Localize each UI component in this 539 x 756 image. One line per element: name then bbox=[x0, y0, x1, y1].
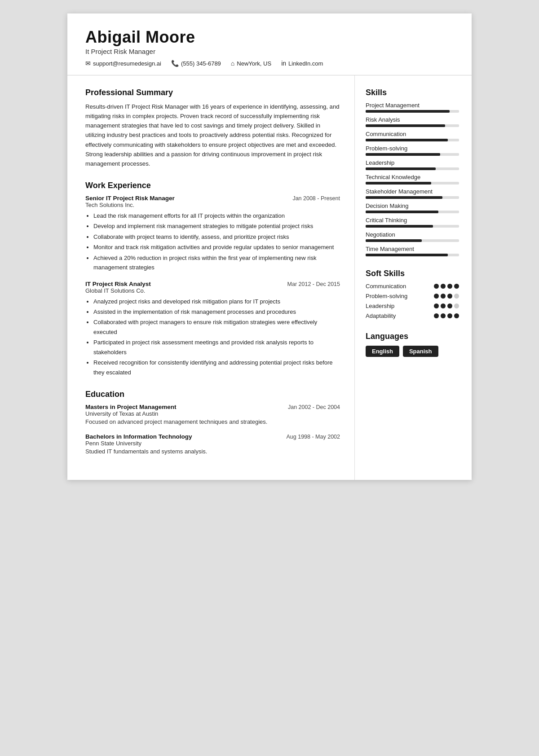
skill-bar-fill bbox=[366, 211, 438, 213]
skills-list: Project Management Risk Analysis Communi… bbox=[366, 102, 459, 256]
skill-bar-background bbox=[366, 239, 459, 242]
skill-name: Project Management bbox=[366, 102, 459, 109]
skill-bar-fill bbox=[366, 167, 436, 170]
skill-bar-background bbox=[366, 167, 459, 170]
soft-skill-name: Communication bbox=[366, 283, 406, 290]
skill-name: Risk Analysis bbox=[366, 116, 459, 123]
edu-degree: Masters in Project Management bbox=[85, 404, 177, 410]
soft-skill-dot bbox=[454, 313, 459, 318]
edu-item: Masters in Project Management Jan 2002 -… bbox=[85, 404, 340, 425]
job-bullet: Develop and implement risk management st… bbox=[93, 221, 340, 231]
soft-skill-dots bbox=[434, 303, 459, 308]
job-bullets: Lead the risk management efforts for all… bbox=[85, 211, 340, 273]
job-title: Senior IT Project Risk Manager bbox=[85, 195, 175, 202]
soft-skill-dot bbox=[447, 294, 452, 299]
contact-location: ⌂ NewYork, US bbox=[231, 60, 271, 67]
skill-name: Stakeholder Management bbox=[366, 188, 459, 195]
skill-bar-background bbox=[366, 225, 459, 228]
languages-section: Languages EnglishSpanish bbox=[366, 332, 459, 357]
edu-description: Focused on advanced project management t… bbox=[85, 418, 340, 425]
skill-bar-fill bbox=[366, 153, 440, 156]
skill-item: Time Management bbox=[366, 246, 459, 256]
skill-name: Time Management bbox=[366, 246, 459, 252]
right-column: Skills Project Management Risk Analysis … bbox=[355, 75, 472, 480]
edu-degree: Bachelors in Information Technology bbox=[85, 433, 192, 440]
skill-name: Technical Knowledge bbox=[366, 174, 459, 180]
body-section: Professional Summary Results-driven IT P… bbox=[67, 75, 472, 480]
soft-skill-dot bbox=[434, 294, 439, 299]
contact-linkedin: in LinkedIn.com bbox=[281, 60, 323, 67]
skill-name: Negotiation bbox=[366, 231, 459, 238]
phone-icon: 📞 bbox=[171, 60, 179, 67]
work-experience-title: Work Experience bbox=[85, 181, 340, 190]
education-section: Education Masters in Project Management … bbox=[85, 390, 340, 455]
education-title: Education bbox=[85, 390, 340, 399]
skill-name: Leadership bbox=[366, 159, 459, 166]
skill-bar-fill bbox=[366, 110, 450, 113]
summary-title: Professional Summary bbox=[85, 88, 340, 97]
skills-section: Skills Project Management Risk Analysis … bbox=[366, 88, 459, 256]
skill-item: Technical Knowledge bbox=[366, 174, 459, 185]
skill-item: Risk Analysis bbox=[366, 116, 459, 127]
email-icon: ✉ bbox=[85, 60, 91, 67]
languages-list: EnglishSpanish bbox=[366, 346, 459, 357]
edu-header: Bachelors in Information Technology Aug … bbox=[85, 433, 340, 440]
job-item: Senior IT Project Risk Manager Jan 2008 … bbox=[85, 195, 340, 273]
job-date: Mar 2012 - Dec 2015 bbox=[287, 281, 340, 287]
job-bullet: Collaborated with project managers to en… bbox=[93, 317, 340, 337]
soft-skill-dot bbox=[434, 313, 439, 318]
edu-item: Bachelors in Information Technology Aug … bbox=[85, 433, 340, 455]
skill-bar-fill bbox=[366, 254, 448, 256]
edu-description: Studied IT fundamentals and systems anal… bbox=[85, 448, 340, 455]
skill-bar-background bbox=[366, 254, 459, 256]
soft-skill-dot bbox=[454, 284, 459, 289]
soft-skill-dot bbox=[441, 313, 446, 318]
skill-item: Critical Thinking bbox=[366, 217, 459, 228]
job-company: Tech Solutions Inc. bbox=[85, 202, 340, 208]
skill-item: Communication bbox=[366, 131, 459, 141]
skill-bar-background bbox=[366, 196, 459, 199]
soft-skill-dot bbox=[447, 303, 452, 308]
soft-skill-dot bbox=[454, 294, 459, 299]
soft-skill-dots bbox=[434, 294, 459, 299]
soft-skill-dots bbox=[434, 313, 459, 318]
jobs-list: Senior IT Project Risk Manager Jan 2008 … bbox=[85, 195, 340, 377]
education-list: Masters in Project Management Jan 2002 -… bbox=[85, 404, 340, 455]
skill-bar-background bbox=[366, 110, 459, 113]
skill-bar-fill bbox=[366, 196, 442, 199]
job-bullet: Monitor and track risk mitigation activi… bbox=[93, 242, 340, 252]
skill-name: Decision Making bbox=[366, 202, 459, 209]
job-title: IT Project Risk Analyst bbox=[85, 281, 151, 287]
soft-skill-dot bbox=[441, 294, 446, 299]
candidate-name: Abigail Moore bbox=[85, 28, 454, 47]
work-experience-section: Work Experience Senior IT Project Risk M… bbox=[85, 181, 340, 377]
soft-skill-dot bbox=[447, 284, 452, 289]
soft-skill-item: Problem-solving bbox=[366, 293, 459, 299]
skill-bar-background bbox=[366, 211, 459, 213]
skill-bar-background bbox=[366, 153, 459, 156]
edu-header: Masters in Project Management Jan 2002 -… bbox=[85, 404, 340, 410]
job-header: IT Project Risk Analyst Mar 2012 - Dec 2… bbox=[85, 281, 340, 287]
job-bullet: Collaborate with project teams to identi… bbox=[93, 232, 340, 242]
header-section: Abigail Moore It Project Risk Manager ✉ … bbox=[67, 13, 472, 75]
skill-item: Negotiation bbox=[366, 231, 459, 242]
soft-skills-title: Soft Skills bbox=[366, 269, 459, 278]
soft-skill-item: Communication bbox=[366, 283, 459, 290]
resume-container: Abigail Moore It Project Risk Manager ✉ … bbox=[67, 13, 472, 480]
skill-item: Leadership bbox=[366, 159, 459, 170]
skill-name: Communication bbox=[366, 131, 459, 137]
soft-skill-dots bbox=[434, 284, 459, 289]
skill-bar-fill bbox=[366, 182, 431, 185]
soft-skills-section: Soft Skills Communication Problem-solvin… bbox=[366, 269, 459, 319]
skill-bar-fill bbox=[366, 225, 433, 228]
soft-skill-dot bbox=[441, 284, 446, 289]
skill-name: Problem-solving bbox=[366, 145, 459, 152]
skill-bar-background bbox=[366, 182, 459, 185]
contact-email: ✉ support@resumedesign.ai bbox=[85, 60, 161, 67]
job-bullet: Participated in project risk assessment … bbox=[93, 338, 340, 357]
job-date: Jan 2008 - Present bbox=[292, 195, 340, 202]
job-bullet: Lead the risk management efforts for all… bbox=[93, 211, 340, 220]
skill-bar-background bbox=[366, 124, 459, 127]
skill-item: Problem-solving bbox=[366, 145, 459, 156]
soft-skill-dot bbox=[434, 284, 439, 289]
